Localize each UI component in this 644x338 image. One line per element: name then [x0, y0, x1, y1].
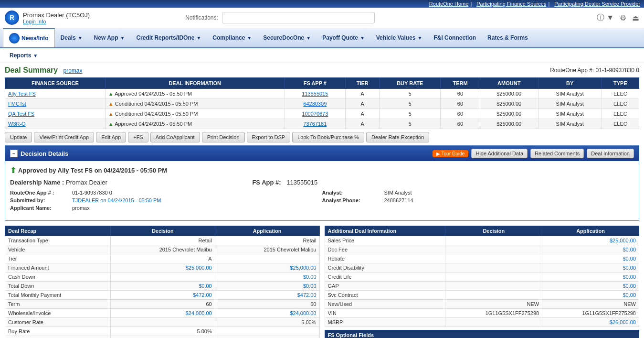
term-cell: 60: [441, 109, 480, 119]
additional-deal-row: MSRP $26,000.00: [325, 318, 639, 327]
addl-application: $0.00: [542, 245, 639, 254]
additional-deal-row: Rebate $0.00: [325, 254, 639, 263]
routeone-home-link[interactable]: RouteOne Home: [429, 1, 469, 7]
nav-compliance[interactable]: Compliance ▼: [207, 31, 257, 45]
participating-finance-link[interactable]: Participating Finance Sources: [476, 1, 546, 7]
edit-app-button[interactable]: Edit App: [96, 132, 126, 142]
nav-credit-reports[interactable]: Credit Reports/IDOne ▼: [130, 31, 207, 45]
table-row: Ally Test FS ▲ Approved 04/24/2015 - 05:…: [5, 89, 639, 99]
fs-app-link[interactable]: 73767181: [303, 121, 327, 127]
print-decision-button[interactable]: Print Decision: [202, 132, 245, 142]
col-finance-source: FINANCE SOURCE: [5, 78, 106, 89]
recap-decision: [110, 318, 215, 327]
nav-deals[interactable]: Deals ▼: [55, 31, 88, 45]
decision-section: − Decision Details ▶ Tour Guide Hide Add…: [5, 145, 639, 221]
nav-reports[interactable]: Reports ▼: [5, 50, 42, 61]
decision-header: − Decision Details ▶ Tour Guide Hide Add…: [5, 146, 639, 161]
fs-app-link[interactable]: 64280309: [303, 101, 327, 107]
addl-decision: 1G11G5SX1FF275298: [445, 309, 542, 318]
addl-label: New/Used: [325, 300, 445, 309]
help-icon[interactable]: ⓘ ▼: [597, 13, 614, 23]
recap-decision: [110, 273, 215, 282]
main-nav: News/Info Deals ▼ New App ▼ Credit Repor…: [0, 28, 644, 48]
fs-optional-table: FS Optional Fields Rates Standard Rate: [325, 330, 640, 338]
addl-application: NEW: [542, 300, 639, 309]
export-dsp-button[interactable]: Export to DSP: [247, 132, 291, 142]
settings-icon[interactable]: ⚙: [620, 13, 626, 22]
routeone-app-row: RouteOne App # : 01-1-90937830 0: [10, 190, 322, 196]
fs-app-link[interactable]: 100070673: [302, 111, 328, 117]
deal-summary-link[interactable]: promax: [63, 67, 83, 74]
dealer-name: Promax Dealer (TC5OJ): [23, 11, 90, 19]
recap-label: Cash Down: [5, 273, 111, 282]
nav-payoff-quote[interactable]: Payoff Quote ▼: [317, 31, 370, 45]
recap-label: Vehicle: [5, 245, 111, 254]
fs-button[interactable]: +FS: [128, 132, 148, 142]
nav-news-info[interactable]: News/Info: [3, 28, 55, 47]
notifications-input[interactable]: [222, 12, 375, 23]
related-comments-button[interactable]: Related Comments: [530, 149, 584, 158]
view-print-button[interactable]: View/Print Credit App: [34, 132, 94, 142]
buy-rate-cell: 5: [380, 119, 441, 129]
addl-decision: [445, 291, 542, 300]
login-info-link[interactable]: Login Info: [23, 19, 90, 24]
finance-source-link[interactable]: FMCTst: [8, 101, 26, 107]
dealer-info: Promax Dealer (TC5OJ) Login Info: [23, 11, 90, 24]
hide-additional-button[interactable]: Hide Additional Data: [471, 149, 528, 158]
recap-application: 60: [215, 300, 319, 309]
recap-application: [215, 327, 319, 336]
secondary-nav: Reports ▼: [0, 48, 644, 63]
recap-decision: A: [110, 254, 215, 263]
analyst-phone-row: Analyst Phone: 2488627114: [322, 197, 634, 203]
additional-deal-row: Svc Contract $0.00: [325, 291, 639, 300]
deal-recap-row: Financed Amount $25,000.00 $25,000.00: [5, 263, 320, 273]
nav-new-app[interactable]: New App ▼: [88, 31, 131, 45]
col-amount: AMOUNT: [480, 78, 538, 89]
status-icon: ▲: [108, 91, 114, 97]
dealer-rate-button[interactable]: Dealer Rate Exception: [366, 132, 429, 142]
buy-rate-cell: 5: [380, 89, 441, 99]
participating-dealer-link[interactable]: Participating Dealer Service Provider: [554, 1, 640, 7]
look-to-book-button[interactable]: Look To Book/Purchase %: [292, 132, 364, 142]
deal-information-button[interactable]: Deal Information: [587, 149, 634, 158]
recap-label: Total Monthly Payment: [5, 291, 111, 300]
add-coapplicant-button[interactable]: Add CoApplicant: [150, 132, 200, 142]
amount-cell: $25000.00: [480, 109, 538, 119]
addl-application: $26,000.00: [542, 318, 639, 327]
recap-col-application: Application: [215, 226, 319, 236]
recap-application: 2015 Chevrolet Malibu: [215, 245, 319, 254]
decision-body: ⬆ Approved by Ally Test FS on 04/24/2015…: [5, 161, 639, 220]
top-bar: RouteOne Home | Participating Finance So…: [0, 0, 644, 8]
nav-rates-forms[interactable]: Rates & Forms: [482, 31, 534, 45]
addl-application: $0.00: [542, 282, 639, 291]
recap-label: Buy Rate: [5, 327, 111, 336]
term-cell: 60: [441, 119, 480, 129]
additional-deal-row: VIN 1G11G5SX1FF275298 1G11G5SX1FF275298: [325, 309, 639, 318]
addl-label: Rebate: [325, 254, 445, 263]
nav-fi-connection[interactable]: F&I Connection: [428, 31, 482, 45]
table-row: FMCTst ▲ Conditioned 04/24/2015 - 05:50 …: [5, 99, 639, 109]
buy-rate-cell: 5: [380, 109, 441, 119]
nav-logo: [9, 33, 20, 44]
finance-source-link[interactable]: QA Test FS: [8, 111, 34, 117]
update-button[interactable]: Update: [5, 132, 32, 142]
nav-secure-doc[interactable]: SecureDocOne ▼: [257, 31, 317, 45]
recap-application: $472.00: [215, 291, 319, 300]
recap-application: 5.00%: [215, 318, 319, 327]
power-icon[interactable]: ⏏: [632, 13, 639, 22]
finance-source-link[interactable]: Ally Test FS: [8, 91, 36, 97]
recap-decision: Sign and Drive Test: [110, 336, 215, 338]
fs-app-link[interactable]: 113555015: [302, 91, 328, 97]
type-cell: ELEC: [602, 109, 639, 119]
collapse-button[interactable]: −: [10, 150, 18, 157]
tier-cell: A: [346, 89, 380, 99]
recap-application: $0.00: [215, 273, 319, 282]
deal-recap-row: Total Monthly Payment $472.00 $472.00: [5, 291, 320, 300]
deal-recap-row: Cash Down $0.00: [5, 273, 320, 282]
deal-recap-row: Tier A: [5, 254, 320, 263]
nav-vehicle-values[interactable]: Vehicle Values ▼: [370, 31, 428, 45]
addl-label: VIN: [325, 309, 445, 318]
tour-guide-button[interactable]: ▶ Tour Guide: [433, 150, 469, 157]
chevron-down-icon: ▼: [33, 53, 38, 58]
finance-source-link[interactable]: W3R-O: [8, 121, 26, 127]
